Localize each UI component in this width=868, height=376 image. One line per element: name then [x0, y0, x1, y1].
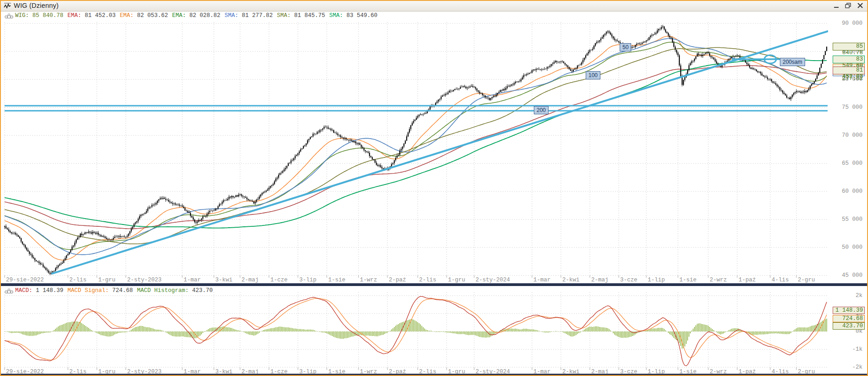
window-title: WIG (Dzienny) — [14, 2, 59, 9]
macd-histogram — [5, 319, 827, 348]
x-axis-label: 1-wrz — [360, 277, 377, 283]
main-legend-item: EMA: 82 053.62 — [120, 12, 168, 19]
price-value-box: 85 840.78 — [833, 43, 865, 51]
macd-legend-item: MACD: 1 148.39 — [15, 287, 63, 294]
gridlines — [5, 22, 828, 370]
x-axis-label: 4-lis — [772, 277, 789, 283]
ma-period-badge[interactable]: 200 — [534, 106, 549, 114]
x-axis-label: 2-paź — [389, 277, 406, 283]
ma-period-badge[interactable]: 50 — [620, 43, 631, 51]
ma-period-badge[interactable]: 100 — [586, 71, 600, 79]
ma-line-sma100[interactable] — [5, 48, 827, 244]
macd-panel[interactable] — [5, 297, 827, 366]
macd-value-box: 423.70 — [833, 322, 865, 330]
x-axis-label: 2-wrz — [710, 277, 727, 283]
x-axis-label: 2-kwi — [562, 277, 580, 283]
x-axis-label: 2-sty-2023 — [127, 277, 162, 283]
price-axis-label: 55 000 — [842, 216, 862, 223]
x-axis-label: 1-sie — [328, 277, 346, 283]
macd-signal-line[interactable] — [5, 298, 827, 360]
x-axis-label: 1-lip — [648, 277, 665, 283]
main-legend-item: EMA: 81 452.03 — [67, 12, 116, 19]
x-axis-label: 1-mar — [533, 277, 551, 283]
price-axis-label: 50 000 — [842, 244, 862, 251]
app-window: WIG (Dzienny) — [0, 0, 868, 376]
main-legend-text: WIG: 85 840.78EMA: 81 452.03EMA: 82 053.… — [15, 12, 381, 19]
price-axis-label: 90 000 — [842, 20, 862, 27]
price-axis-label: 45 000 — [842, 272, 862, 279]
ma-period-badge[interactable]: 200sam — [780, 58, 805, 66]
price-axis-label: 60 000 — [842, 188, 862, 195]
price-panel[interactable] — [5, 25, 827, 275]
x-axis-label: 2-gru — [798, 277, 815, 283]
x-axis-label: 2-lis — [69, 277, 87, 283]
main-chart-legend: WIG: 85 840.78EMA: 81 452.03EMA: 82 053.… — [1, 12, 867, 21]
bottom-divider — [1, 374, 867, 376]
lock-icon[interactable] — [5, 12, 13, 20]
main-legend-item: SMA: 81 845.75 — [277, 12, 325, 19]
macd-legend-text: MACD: 1 148.39MACD Signal: 724.68MACD Hi… — [15, 287, 217, 294]
macd-legend-item: MACD Signal: 724.68 — [67, 287, 133, 294]
x-axis-label: 3-lip — [299, 277, 317, 283]
chart-window-icon — [4, 2, 11, 10]
macd-value-box: 1 148.39 — [833, 307, 865, 314]
x-axis-label: 2-maj — [591, 277, 609, 283]
macd-value-box: 724.68 — [833, 315, 865, 322]
price-axis-label: 75 000 — [842, 104, 862, 111]
x-axis-label: 1-paź — [739, 277, 756, 283]
x-axis-label: 1-cze — [270, 277, 288, 283]
titlebar[interactable]: WIG (Dzienny) — [1, 1, 867, 11]
x-axis-label: 1-mar — [184, 277, 201, 283]
price-value-box: 83 549.60 — [833, 56, 865, 63]
x-axis-label: 1-gru — [448, 277, 465, 283]
x-axis-label: 3-cze — [620, 277, 638, 283]
panel-divider[interactable] — [1, 283, 867, 286]
x-axis-label: 2-maj — [241, 277, 259, 283]
price-axis-label: 65 000 — [842, 160, 862, 167]
chart-canvas[interactable] — [1, 1, 868, 376]
main-legend-item: SMA: 83 549.60 — [329, 12, 377, 19]
x-axis-label: 2-lis — [419, 277, 437, 283]
x-axis-label: 3-kwi — [215, 277, 233, 283]
macd-legend: MACD: 1 148.39MACD Signal: 724.68MACD Hi… — [1, 287, 867, 296]
close-button[interactable] — [856, 2, 864, 10]
x-axis-label: 2-sty-2024 — [476, 277, 510, 283]
price-axis-label: 70 000 — [842, 132, 862, 139]
x-axis-label: 29-sie-2022 — [6, 277, 44, 283]
macd-axis-label: -2k — [852, 364, 862, 370]
ma-line-ema60[interactable] — [5, 42, 827, 250]
restore-button[interactable] — [844, 2, 852, 10]
macd-line[interactable] — [5, 297, 827, 366]
x-axis-label: 1-gru — [98, 277, 116, 283]
trendline[interactable] — [51, 31, 829, 274]
main-legend-item: EMA: 82 028.82 — [172, 12, 220, 19]
macd-legend-item: MACD Histogram: 423.70 — [137, 287, 213, 294]
main-legend-item: WIG: 85 840.78 — [15, 12, 63, 19]
x-axis-label: 1-sie — [679, 277, 697, 283]
lock-icon[interactable] — [5, 287, 13, 295]
window-controls — [832, 2, 864, 10]
main-legend-item: SMA: 81 277.82 — [224, 12, 273, 19]
macd-axis-label: -1k — [852, 346, 862, 353]
minimize-button[interactable] — [832, 2, 840, 10]
